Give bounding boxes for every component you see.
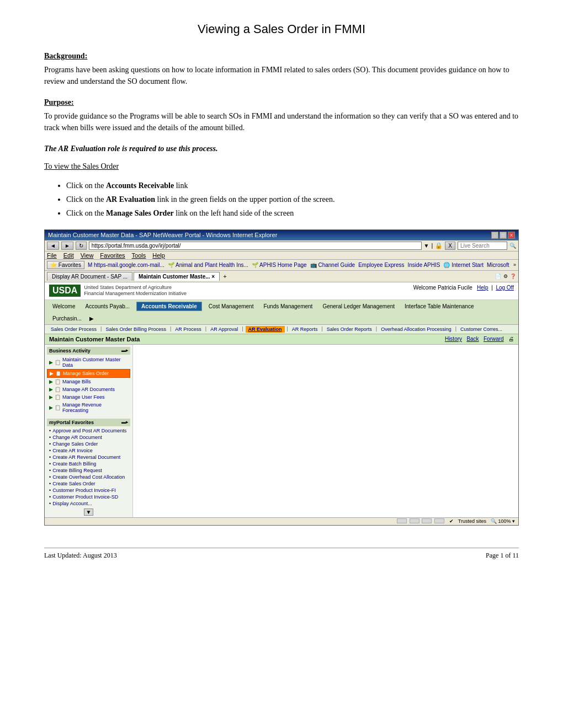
favorites-button[interactable]: ⭐ Favorites xyxy=(47,261,84,269)
sap-sidebar: Business Activity ▬▸ ▶ 📋 Maintain Custom… xyxy=(45,345,133,517)
refresh-nav-button[interactable]: ↻ xyxy=(76,242,87,250)
nav-cost-management[interactable]: Cost Management xyxy=(205,302,257,311)
nav-interface-table[interactable]: Interface Table Maintenance xyxy=(401,302,477,311)
nav-more-arrow[interactable]: ▶ xyxy=(89,315,94,322)
sidebar-manage-revenue[interactable]: ▶ 📋 Manage Revenue Forecasting xyxy=(47,401,130,414)
myportal-favorites-section: myPortal Favorites ▬▸ • Approve and Post… xyxy=(47,419,130,515)
business-activity-section: Business Activity ▬▸ xyxy=(47,347,130,355)
subnav-ar-evaluation[interactable]: AR Evaluation xyxy=(246,326,285,333)
search-input[interactable] xyxy=(458,242,507,250)
myfav-create-batch-billing[interactable]: • Create Batch Billing xyxy=(47,461,130,467)
logoff-link[interactable]: Log Off xyxy=(496,285,514,291)
print-icon[interactable]: 🖨 xyxy=(508,336,514,342)
menu-tools[interactable]: Tools xyxy=(132,252,146,259)
business-activity-icons[interactable]: ▬▸ xyxy=(121,348,128,353)
new-tab-button[interactable]: + xyxy=(223,273,226,280)
nav-welcome[interactable]: Welcome xyxy=(49,302,79,311)
subnav-ar-approval[interactable]: AR Approval xyxy=(209,326,240,333)
bullet-item-3: Click on the Manage Sales Order link on … xyxy=(66,206,519,220)
fav-internet-start[interactable]: 🌐 Internet Start xyxy=(443,262,484,268)
myfav-change-ar[interactable]: • Change AR Document xyxy=(47,434,130,441)
myfav-customer-product-fi[interactable]: • Customer Product Invoice-FI xyxy=(47,487,130,494)
sidebar-label-2: Manage Sales Order xyxy=(63,371,109,376)
history-link[interactable]: History xyxy=(445,336,462,342)
sap-page-nav: History Back Forward 🖨 xyxy=(445,336,514,342)
myfav-create-overhead[interactable]: • Create Overhead Cost Allocation xyxy=(47,474,130,480)
sidebar-icon-2: 📋 xyxy=(55,371,61,376)
tab-maintain-customer[interactable]: Maintain Customer Maste... × xyxy=(134,272,220,281)
scroll-down-icon[interactable]: ▼ xyxy=(84,508,94,516)
myfav-create-so[interactable]: • Create Sales Order xyxy=(47,480,130,487)
myfav-approve-post[interactable]: • Approve and Post AR Documents xyxy=(47,427,130,434)
instruction-list: Click on the Accounts Receivable link Cl… xyxy=(66,179,519,221)
subnav-sales-order-process[interactable]: Sales Order Process xyxy=(49,326,98,333)
fav-aphis[interactable]: 🌱 Animal and Plant Health Ins... xyxy=(168,262,248,268)
page-title: Viewing a Sales Order in FMMI xyxy=(44,22,519,36)
tools-icon[interactable]: ⚙ xyxy=(503,274,508,279)
myfav-label-5: Create AR Reversal Document xyxy=(52,454,120,460)
fav-microsoft[interactable]: Microsoft xyxy=(487,262,509,268)
forward-nav-button[interactable]: ► xyxy=(61,242,73,250)
help-icon[interactable]: ❓ xyxy=(510,274,516,279)
nav-purchasing[interactable]: Purchasin... xyxy=(49,314,85,323)
stop-button[interactable]: X xyxy=(445,242,455,250)
fav-employee-express[interactable]: Employee Express xyxy=(358,262,404,268)
subnav-customer-corres[interactable]: Customer Corres... xyxy=(459,326,504,333)
myfav-icons[interactable]: ▬▸ xyxy=(121,420,128,425)
fav-inside-aphis[interactable]: Inside APHIS xyxy=(408,262,440,268)
usda-org-sub: Financial Management Modernization Initi… xyxy=(84,291,187,297)
myfav-bullet-4: • xyxy=(49,448,51,453)
nav-general-ledger[interactable]: General Ledger Management xyxy=(319,302,398,311)
search-icon[interactable]: 🔍 xyxy=(509,243,516,249)
menu-view[interactable]: View xyxy=(81,252,94,259)
sidebar-manage-sales-order[interactable]: ▶ 📋 Manage Sales Order xyxy=(47,369,130,378)
myfav-change-so[interactable]: • Change Sales Order xyxy=(47,441,130,447)
minimize-button[interactable]: - xyxy=(491,232,498,239)
page-icon[interactable]: 📄 xyxy=(495,274,501,279)
usda-logo-area: USDA United States Department of Agricul… xyxy=(49,285,187,297)
fav-aphis-home[interactable]: 🌱 APHIS Home Page xyxy=(252,262,307,268)
subnav-ar-reports[interactable]: AR Reports xyxy=(290,326,320,333)
page-number-text: Page 1 of 11 xyxy=(486,552,519,560)
subnav-sales-order-reports[interactable]: Sales Order Reports xyxy=(325,326,374,333)
myfav-create-ar-reversal[interactable]: • Create AR Reversal Document xyxy=(47,454,130,461)
menu-edit[interactable]: Edit xyxy=(63,252,74,259)
bullet-item-2: Click on the AR Evaluation link in the g… xyxy=(66,192,519,206)
menu-help[interactable]: Help xyxy=(152,252,165,259)
nav-accounts-payable[interactable]: Accounts Payab... xyxy=(82,302,134,311)
sidebar-maintain-customer[interactable]: ▶ 📋 Maintain Customer Master Data xyxy=(47,356,130,369)
maximize-button[interactable]: □ xyxy=(500,232,507,239)
menu-favorites[interactable]: Favorites xyxy=(100,252,125,259)
address-separator: | xyxy=(431,242,433,249)
background-label: Background: xyxy=(44,52,519,61)
nav-accounts-receivable[interactable]: Accounts Receivable xyxy=(136,302,202,311)
back-nav-button[interactable]: ◄ xyxy=(47,242,59,250)
subnav-sales-order-billing[interactable]: Sales Order Billing Process xyxy=(104,326,168,333)
business-activity-title: Business Activity xyxy=(49,348,91,354)
myfav-create-ar-invoice[interactable]: • Create AR Invoice xyxy=(47,447,130,454)
back-link[interactable]: Back xyxy=(466,336,479,342)
browser-tabs-row: Display AR Document - SAP ... Maintain C… xyxy=(45,271,518,282)
fav-channel-guide[interactable]: 📺 Channel Guide xyxy=(310,262,355,268)
trusted-sites-text: Trusted sites xyxy=(458,518,486,524)
fav-google-mail[interactable]: M https-mail.google.com-mail... xyxy=(88,262,164,268)
sidebar-manage-bills[interactable]: ▶ 📋 Manage Bills xyxy=(47,378,130,386)
tab-display-ar[interactable]: Display AR Document - SAP ... xyxy=(47,272,132,281)
sidebar-icon-3: 📋 xyxy=(55,379,61,384)
myfav-label-8: Create Overhead Cost Allocation xyxy=(52,474,125,480)
address-bar-input[interactable] xyxy=(89,242,422,250)
myfav-display-account[interactable]: • Display Account... xyxy=(47,500,130,507)
myfav-label-1: Approve and Post AR Documents xyxy=(52,428,126,433)
subnav-overhead-allocation[interactable]: Overhead Allocation Processing xyxy=(379,326,453,333)
help-link[interactable]: Help xyxy=(477,285,488,291)
myfav-create-billing-request[interactable]: • Create Billing Request xyxy=(47,467,130,474)
close-button[interactable]: X xyxy=(508,232,515,239)
sidebar-scroll-down[interactable]: ▼ xyxy=(47,509,130,515)
myfav-customer-product-sd[interactable]: • Customer Product Invoice-SD xyxy=(47,494,130,500)
sidebar-manage-user-fees[interactable]: ▶ 📋 Manage User Fees xyxy=(47,393,130,401)
nav-funds-management[interactable]: Funds Management xyxy=(260,302,316,311)
sidebar-manage-ar-docs[interactable]: ▶ 📋 Manage AR Documents xyxy=(47,386,130,393)
subnav-ar-process[interactable]: AR Process xyxy=(173,326,203,333)
forward-link[interactable]: Forward xyxy=(484,336,504,342)
menu-file[interactable]: File xyxy=(47,252,57,259)
